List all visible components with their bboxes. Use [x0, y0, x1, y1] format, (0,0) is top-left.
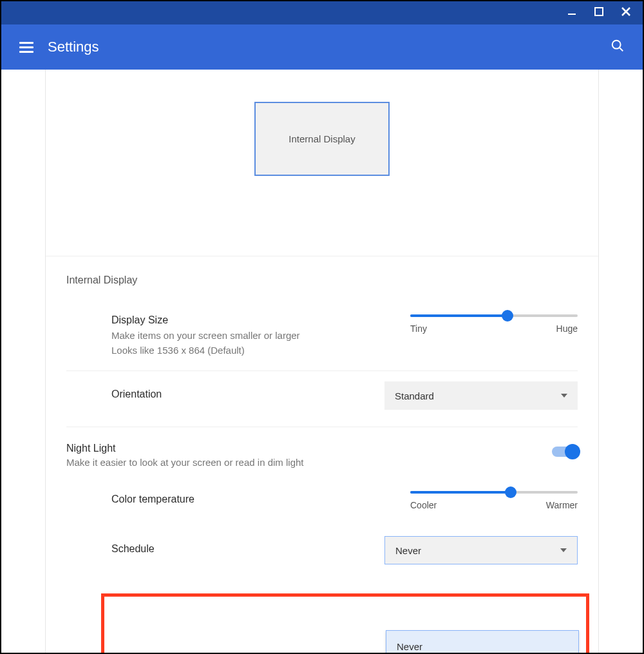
display-size-title: Display Size	[111, 314, 384, 326]
section-heading-internal-display: Internal Display	[66, 274, 578, 286]
display-arrangement-area: Internal Display	[46, 70, 598, 256]
display-size-max-label: Huge	[556, 323, 578, 334]
color-temp-slider[interactable]: Cooler Warmer	[410, 491, 578, 510]
display-tile-internal[interactable]: Internal Display	[254, 102, 390, 176]
schedule-option[interactable]: Never	[386, 631, 578, 654]
svg-line-5	[620, 48, 623, 52]
svg-point-4	[612, 41, 621, 49]
display-size-sub2: Looks like 1536 x 864 (Default)	[111, 343, 384, 358]
orientation-select[interactable]: Standard	[384, 381, 578, 410]
row-orientation: Orientation Standard	[66, 371, 578, 427]
content-panel: Internal Display Internal Display Displa…	[45, 70, 599, 653]
schedule-title: Schedule	[111, 543, 384, 555]
color-temp-min-label: Cooler	[410, 500, 437, 510]
row-night-light: Night Light Make it easier to look at yo…	[46, 427, 598, 476]
close-icon[interactable]	[621, 6, 631, 19]
app-title: Settings	[48, 39, 99, 55]
window-titlebar	[1, 1, 643, 24]
display-size-sub1: Make items on your screen smaller or lar…	[111, 329, 384, 343]
slider-thumb-icon[interactable]	[505, 486, 516, 498]
minimize-icon[interactable]	[567, 6, 577, 19]
schedule-value: Never	[395, 545, 421, 556]
search-icon[interactable]	[611, 39, 625, 55]
svg-rect-1	[595, 8, 603, 15]
orientation-title: Orientation	[111, 389, 384, 400]
internal-display-section: Internal Display Display Size Make items…	[46, 256, 598, 427]
page-body: Internal Display Internal Display Displa…	[1, 70, 643, 653]
night-light-toggle[interactable]	[552, 447, 578, 457]
color-temp-max-label: Warmer	[546, 500, 578, 510]
chevron-down-icon	[560, 548, 567, 552]
color-temp-title: Color temperature	[111, 494, 384, 505]
toggle-knob-icon	[565, 444, 580, 459]
schedule-dropdown[interactable]: NeverSunset to SunriseCustom	[386, 630, 579, 654]
display-size-slider[interactable]: Tiny Huge	[410, 314, 578, 334]
night-light-title: Night Light	[66, 443, 304, 454]
night-light-sub: Make it easier to look at your screen or…	[66, 457, 304, 468]
orientation-value: Standard	[395, 390, 434, 401]
row-display-size: Display Size Make items on your screen s…	[66, 304, 578, 371]
schedule-select[interactable]: Never	[384, 536, 578, 564]
row-schedule: Schedule Never	[66, 523, 578, 577]
maximize-icon[interactable]	[594, 6, 604, 19]
display-size-min-label: Tiny	[410, 323, 427, 334]
app-bar: Settings	[1, 24, 643, 70]
slider-thumb-icon[interactable]	[502, 310, 513, 322]
menu-icon[interactable]	[19, 42, 33, 53]
chevron-down-icon	[561, 394, 567, 398]
row-color-temperature: Color temperature Cooler Warmer	[66, 481, 578, 523]
